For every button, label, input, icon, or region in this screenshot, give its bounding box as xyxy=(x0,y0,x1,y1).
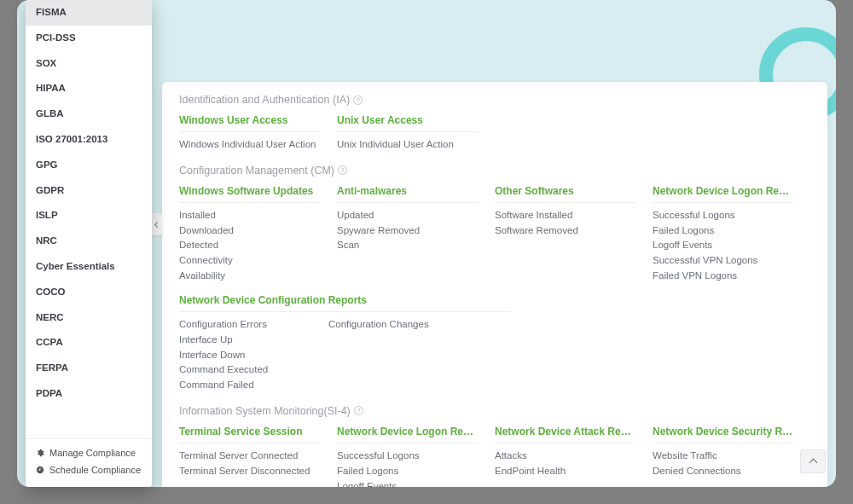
report-link[interactable]: Attacks xyxy=(495,449,635,464)
report-link[interactable]: Failed VPN Logons xyxy=(653,269,793,284)
sidebar-item-fisma[interactable]: FISMA xyxy=(26,0,152,26)
report-link[interactable]: Connectivity xyxy=(179,253,320,269)
report-link[interactable]: Logoff Events xyxy=(337,479,478,487)
group-items: Configuration Changes xyxy=(328,317,478,393)
report-link[interactable]: Detected xyxy=(179,238,320,253)
report-link[interactable]: Command Executed xyxy=(179,362,328,378)
report-link[interactable]: Configuration Errors xyxy=(179,317,328,333)
group-head[interactable]: Windows User Access xyxy=(179,114,320,132)
group-head[interactable]: Terminal Service Session xyxy=(179,426,320,443)
sidebar-item-ferpa[interactable]: FERPA xyxy=(26,356,152,381)
report-link[interactable]: Logoff Events xyxy=(653,238,793,253)
report-group: Anti-malwares Updated Spyware Removed Sc… xyxy=(337,185,495,253)
report-group: Network Device Security Report... Websit… xyxy=(653,426,810,479)
section-cm: Configuration Management (CM) ? Windows … xyxy=(179,165,810,393)
scroll-top-button[interactable] xyxy=(800,449,826,473)
report-link[interactable]: Terminal Server Disconnected xyxy=(179,464,320,479)
section-cols: Windows Software Updates Installed Downl… xyxy=(179,185,810,284)
report-link[interactable]: Windows Individual User Action xyxy=(179,137,320,153)
group-items: Attacks EndPoint Health xyxy=(495,449,635,479)
sidebar-item-hipaa[interactable]: HIPAA xyxy=(26,76,152,101)
group-head[interactable]: Unix User Access xyxy=(337,114,478,132)
report-link[interactable]: EndPoint Health xyxy=(495,464,635,479)
sidebar-item-pci-dss[interactable]: PCI-DSS xyxy=(26,26,152,51)
group-items: Installed Downloaded Detected Connectivi… xyxy=(179,208,320,284)
group-head[interactable]: Network Device Attack Reports xyxy=(495,426,635,443)
sidebar-item-islp[interactable]: ISLP xyxy=(26,203,152,229)
report-link[interactable]: Spyware Removed xyxy=(337,223,478,239)
schedule-compliance-button[interactable]: Schedule Compliance xyxy=(26,461,152,478)
report-link[interactable]: Availability xyxy=(179,269,320,284)
sidebar-item-glba[interactable]: GLBA xyxy=(26,101,152,127)
group-head[interactable]: Windows Software Updates xyxy=(179,185,320,203)
sidebar-footer: Manage Compliance Schedule Compliance xyxy=(26,438,152,487)
report-link[interactable]: Failed Logons xyxy=(653,223,793,239)
report-link[interactable]: Interface Down xyxy=(179,348,328,363)
report-link[interactable]: Interface Up xyxy=(179,333,328,348)
group-items: Terminal Server Connected Terminal Serve… xyxy=(179,449,320,479)
group-items: Software Installed Software Removed xyxy=(495,208,635,239)
content-card: Identification and Authentication (IA) ?… xyxy=(162,82,827,487)
report-group: Windows Software Updates Installed Downl… xyxy=(179,185,337,284)
report-link[interactable]: Command Failed xyxy=(179,378,328,393)
group-head[interactable]: Other Softwares xyxy=(495,185,635,203)
sidebar-collapse-handle[interactable] xyxy=(152,213,162,235)
report-link[interactable]: Denied Connections xyxy=(653,464,793,479)
section-ia: Identification and Authentication (IA) ?… xyxy=(179,94,810,153)
schedule-compliance-label: Schedule Compliance xyxy=(49,465,141,475)
group-items: Windows Individual User Action xyxy=(179,137,320,153)
sidebar-item-sox[interactable]: SOX xyxy=(26,51,152,77)
sidebar-item-ccpa[interactable]: CCPA xyxy=(26,330,152,356)
group-head[interactable]: Network Device Configuration Reports xyxy=(179,294,510,312)
section-title: Identification and Authentication (IA) ? xyxy=(179,94,810,106)
report-link[interactable]: Terminal Server Connected xyxy=(179,449,320,464)
report-link[interactable]: Successful Logons xyxy=(337,449,478,464)
report-link[interactable]: Software Installed xyxy=(495,208,635,223)
section-title-text: Configuration Management (CM) xyxy=(179,165,334,177)
report-group: Other Softwares Software Installed Softw… xyxy=(495,185,653,239)
sidebar-item-coco[interactable]: COCO xyxy=(26,280,152,305)
report-link[interactable]: Configuration Changes xyxy=(328,317,478,333)
help-icon[interactable]: ? xyxy=(353,96,363,105)
group-items: Successful Logons Failed Logons Logoff E… xyxy=(337,449,478,487)
manage-compliance-button[interactable]: Manage Compliance xyxy=(26,444,152,461)
report-link[interactable]: Failed Logons xyxy=(337,464,478,479)
report-link[interactable]: Website Traffic xyxy=(653,449,793,464)
group-items: Updated Spyware Removed Scan xyxy=(337,208,478,253)
sidebar-item-pdpa[interactable]: PDPA xyxy=(26,381,152,407)
report-group: Unix User Access Unix Individual User Ac… xyxy=(337,114,495,153)
report-link[interactable]: Successful VPN Logons xyxy=(653,253,793,269)
group-head[interactable]: Network Device Logon Reports xyxy=(337,426,478,443)
report-group: Windows User Access Windows Individual U… xyxy=(179,114,337,153)
report-link[interactable]: Successful Logons xyxy=(653,208,793,223)
report-link[interactable]: Scan xyxy=(337,238,478,253)
group-head[interactable]: Network Device Security Report... xyxy=(653,426,793,443)
sidebar-item-nrc[interactable]: NRC xyxy=(26,229,152,254)
sidebar-item-gdpr[interactable]: GDPR xyxy=(26,178,152,204)
sidebar-list: FISMAPCI-DSSSOXHIPAAGLBAISO 27001:2013GP… xyxy=(26,0,152,435)
sidebar-item-cyber-essentials[interactable]: Cyber Essentials xyxy=(26,254,152,280)
section-title: Information System Monitoring(SI-4) ? xyxy=(179,405,810,417)
group-items: Configuration Errors Interface Up Interf… xyxy=(179,317,328,393)
report-link[interactable]: Unix Individual User Action xyxy=(337,137,478,153)
gear-icon xyxy=(36,449,44,457)
report-group: Terminal Service Session Terminal Server… xyxy=(179,426,337,479)
group-head[interactable]: Anti-malwares xyxy=(337,185,478,203)
report-group: Network Device Logon Reports Successful … xyxy=(653,185,810,284)
report-link[interactable]: Software Removed xyxy=(495,223,635,239)
report-link[interactable]: Downloaded xyxy=(179,223,320,239)
report-group: Network Device Configuration Reports Con… xyxy=(179,294,495,393)
section-title-text: Identification and Authentication (IA) xyxy=(179,94,350,106)
sidebar-item-nerc[interactable]: NERC xyxy=(26,305,152,331)
group-head[interactable]: Network Device Logon Reports xyxy=(653,185,793,203)
section-si4: Information System Monitoring(SI-4) ? Te… xyxy=(179,405,810,487)
sidebar-item-iso-27001-2013[interactable]: ISO 27001:2013 xyxy=(26,127,152,153)
help-icon[interactable]: ? xyxy=(354,406,363,415)
report-link[interactable]: Installed xyxy=(179,208,320,223)
section-cols: Windows User Access Windows Individual U… xyxy=(179,114,810,153)
help-icon[interactable]: ? xyxy=(338,165,347,175)
sidebar-item-gpg[interactable]: GPG xyxy=(26,153,152,178)
report-link[interactable]: Updated xyxy=(337,208,478,223)
report-group: Network Device Logon Reports Successful … xyxy=(337,426,495,487)
section-cols: Network Device Configuration Reports Con… xyxy=(179,294,810,393)
